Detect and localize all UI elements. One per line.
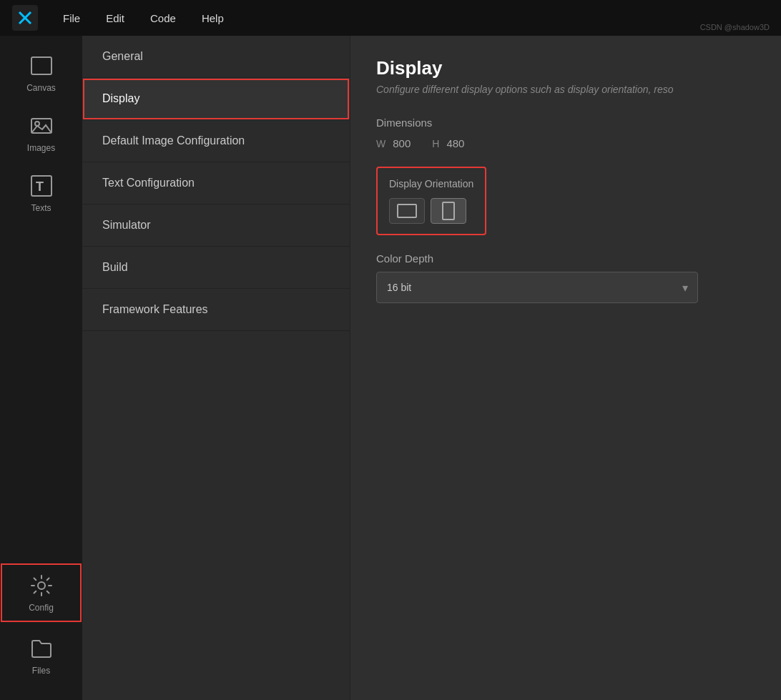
color-depth-wrapper: 16 bit 32 bit 8 bit bbox=[376, 272, 698, 303]
sidebar-item-canvas[interactable]: Canvas bbox=[0, 43, 82, 103]
menu-code[interactable]: Code bbox=[137, 0, 189, 36]
nav-framework[interactable]: Framework Features bbox=[82, 289, 350, 331]
config-label: Config bbox=[29, 603, 54, 613]
dimensions-row: W 800 H 480 bbox=[376, 137, 755, 149]
canvas-icon bbox=[29, 53, 54, 79]
width-group: W 800 bbox=[376, 137, 411, 149]
dimensions-label: Dimensions bbox=[376, 117, 755, 129]
watermark-text: CSDN @shadow3D bbox=[700, 23, 770, 31]
logo-area bbox=[7, 0, 43, 36]
color-depth-label: Color Depth bbox=[376, 252, 755, 265]
nav-text-config[interactable]: Text Configuration bbox=[82, 162, 350, 204]
nav-display[interactable]: Display bbox=[82, 78, 350, 120]
images-label: Images bbox=[27, 143, 55, 153]
page-subtitle: Configure different display options such… bbox=[376, 84, 755, 95]
height-group: H 480 bbox=[432, 137, 464, 149]
app-logo bbox=[12, 5, 38, 31]
orientation-box: Display Orientation bbox=[376, 167, 486, 235]
canvas-label: Canvas bbox=[26, 83, 56, 93]
sidebar-item-config[interactable]: Config bbox=[0, 563, 82, 623]
w-value: 800 bbox=[393, 137, 411, 149]
w-letter: W bbox=[376, 138, 385, 149]
files-icon bbox=[29, 636, 54, 661]
page-title: Display bbox=[376, 57, 755, 79]
svg-point-7 bbox=[38, 582, 45, 589]
main-layout: Canvas Images T Texts bbox=[0, 36, 781, 700]
sidebar-item-files[interactable]: Files bbox=[0, 626, 82, 686]
menu-help[interactable]: Help bbox=[189, 0, 237, 36]
menubar: File Edit Code Help CSDN @shadow3D bbox=[0, 0, 781, 36]
orientation-label: Display Orientation bbox=[389, 178, 473, 189]
nav-simulator[interactable]: Simulator bbox=[82, 204, 350, 247]
nav-panel: General Display Default Image Configurat… bbox=[82, 36, 350, 700]
landscape-icon bbox=[397, 204, 417, 218]
config-icon bbox=[29, 573, 54, 598]
nav-general[interactable]: General bbox=[82, 36, 350, 78]
orientation-buttons bbox=[389, 198, 473, 224]
sidebar-item-texts[interactable]: T Texts bbox=[0, 163, 82, 223]
svg-rect-3 bbox=[31, 119, 51, 133]
h-letter: H bbox=[432, 138, 439, 149]
content-area: Display Configure different display opti… bbox=[350, 36, 781, 700]
files-label: Files bbox=[32, 666, 50, 676]
menubar-items: File Edit Code Help bbox=[50, 0, 237, 36]
portrait-icon bbox=[442, 202, 455, 220]
landscape-button[interactable] bbox=[389, 198, 425, 224]
color-depth-select[interactable]: 16 bit 32 bit 8 bit bbox=[376, 272, 698, 303]
nav-default-image[interactable]: Default Image Configuration bbox=[82, 120, 350, 162]
images-icon bbox=[29, 113, 54, 139]
nav-build[interactable]: Build bbox=[82, 247, 350, 289]
portrait-button[interactable] bbox=[431, 198, 466, 224]
texts-label: Texts bbox=[31, 203, 51, 213]
texts-icon: T bbox=[29, 173, 54, 199]
svg-text:T: T bbox=[36, 179, 44, 194]
menu-file[interactable]: File bbox=[50, 0, 93, 36]
icon-sidebar: Canvas Images T Texts bbox=[0, 36, 82, 700]
svg-rect-2 bbox=[31, 57, 51, 74]
sidebar-item-images[interactable]: Images bbox=[0, 103, 82, 163]
h-value: 480 bbox=[446, 137, 464, 149]
menu-edit[interactable]: Edit bbox=[93, 0, 137, 36]
